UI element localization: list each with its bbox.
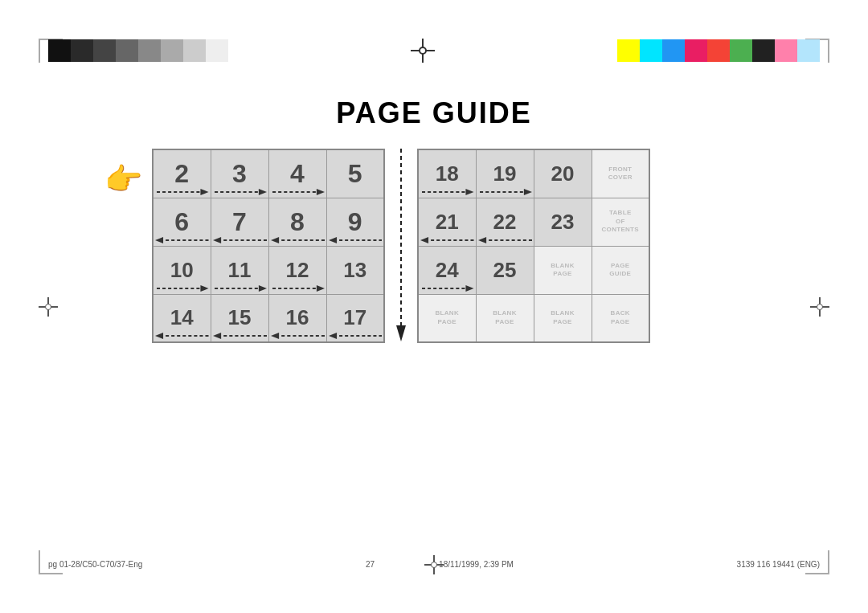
cell-4: 4 xyxy=(268,149,326,198)
hand-pointer-icon: 👉 xyxy=(104,161,142,197)
cell-15: 15 xyxy=(211,294,268,342)
cell-blank-page-2: BLANKPAGE xyxy=(418,294,476,342)
svg-marker-31 xyxy=(465,188,473,194)
footer-date: 18/11/1999, 2:39 PM xyxy=(439,560,514,569)
svg-marker-3 xyxy=(258,188,266,194)
cell-11: 11 xyxy=(211,246,268,294)
cell-21: 21 xyxy=(418,198,476,246)
svg-marker-13 xyxy=(329,236,337,243)
cell-6: 6 xyxy=(153,198,211,246)
svg-marker-7 xyxy=(155,236,163,243)
footer-page-number: 27 xyxy=(366,560,375,569)
footer-left-text: pg 01-28/C50-C70/37-Eng xyxy=(48,560,142,569)
crosshair-circle xyxy=(419,47,427,55)
cell-3: 3 xyxy=(211,149,268,198)
cell-5: 5 xyxy=(326,149,384,198)
svg-marker-25 xyxy=(271,333,279,339)
svg-marker-27 xyxy=(329,333,337,339)
crosshair-top xyxy=(411,39,435,63)
cell-9: 9 xyxy=(326,198,384,246)
cell-12: 12 xyxy=(268,246,326,294)
cell-table-of-contents: TABLEOFCONTENTS xyxy=(592,198,649,246)
svg-marker-35 xyxy=(420,236,428,243)
cell-10: 10 xyxy=(153,246,211,294)
color-strip xyxy=(617,39,820,62)
cell-page-guide: PAGEGUIDE xyxy=(592,246,649,294)
cell-blank-page-1: BLANKPAGE xyxy=(534,246,592,294)
cell-front-cover: FRONTCOVER xyxy=(592,149,649,198)
svg-marker-9 xyxy=(213,236,221,243)
svg-marker-33 xyxy=(523,188,531,194)
footer-bar: pg 01-28/C50-C70/37-Eng 27 18/11/1999, 2… xyxy=(48,560,820,569)
svg-marker-5 xyxy=(316,188,324,194)
cell-25: 25 xyxy=(476,246,534,294)
cell-blank-page-4: BLANKPAGE xyxy=(534,294,592,342)
svg-marker-29 xyxy=(396,325,406,341)
cell-back-page: BACKPAGE xyxy=(592,294,649,342)
svg-marker-17 xyxy=(258,284,266,291)
cell-17: 17 xyxy=(326,294,384,342)
cell-13: 13 xyxy=(326,246,384,294)
cell-blank-page-3: BLANKPAGE xyxy=(476,294,534,342)
crosshair-left xyxy=(39,297,58,317)
grayscale-strip xyxy=(48,39,228,62)
left-grid: 2 3 4 xyxy=(152,149,385,343)
svg-marker-39 xyxy=(465,284,473,291)
cell-20: 20 xyxy=(534,149,592,198)
cell-2: 2 xyxy=(153,149,211,198)
svg-marker-19 xyxy=(316,284,324,291)
svg-marker-21 xyxy=(155,333,163,339)
page-title: PAGE GUIDE xyxy=(0,96,868,130)
cell-8: 8 xyxy=(268,198,326,246)
footer-right-text: 3139 116 19441 (ENG) xyxy=(737,560,820,569)
cell-14: 14 xyxy=(153,294,211,342)
vertical-separator xyxy=(393,149,409,341)
cell-18: 18 xyxy=(418,149,476,198)
cell-22: 22 xyxy=(476,198,534,246)
svg-marker-1 xyxy=(200,188,208,194)
cell-23: 23 xyxy=(534,198,592,246)
svg-marker-15 xyxy=(200,284,208,291)
cell-16: 16 xyxy=(268,294,326,342)
right-grid: 18 19 20 xyxy=(417,149,650,343)
top-bar xyxy=(0,39,868,63)
svg-marker-23 xyxy=(213,333,221,339)
svg-marker-37 xyxy=(478,236,486,243)
cell-19: 19 xyxy=(476,149,534,198)
svg-marker-11 xyxy=(271,236,279,243)
cell-7: 7 xyxy=(211,198,268,246)
cell-24: 24 xyxy=(418,246,476,294)
